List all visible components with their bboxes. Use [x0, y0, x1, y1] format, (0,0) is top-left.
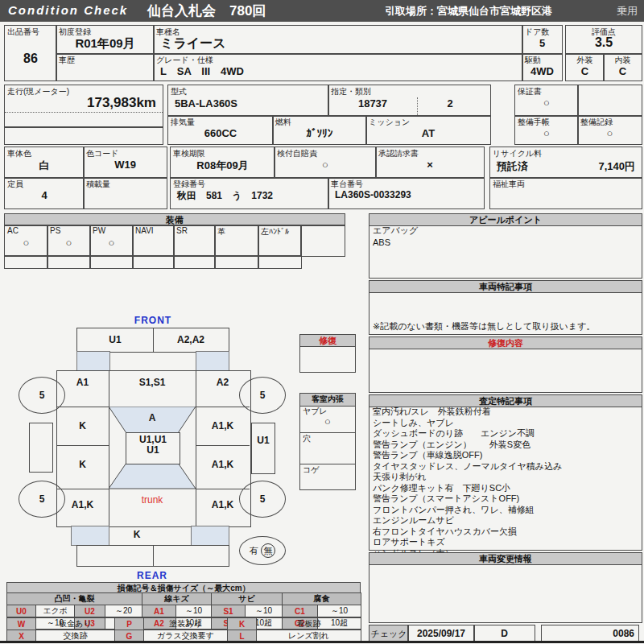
load-capacity-label: 積載量 — [86, 179, 110, 190]
roof-mark: U1,U1 U1 — [126, 435, 180, 456]
registration-number-label: 登録番号 — [173, 179, 205, 190]
body-color-label: 車体色 — [7, 148, 31, 159]
displacement-cell: 排気量 660CC — [167, 115, 274, 145]
legend-symbol: K — [228, 618, 257, 630]
legend-symbol: W — [7, 618, 36, 630]
tire-rear-right: 5 — [239, 481, 286, 518]
lot-number-label: 出品番号 — [7, 27, 39, 38]
assessment-line: エンジンルームサビ — [369, 514, 642, 526]
rear-bumper-divider — [153, 546, 154, 566]
legend-desc: エクボ — [36, 605, 75, 617]
assessment-line: シートしみ、ヤブレ — [369, 417, 642, 428]
equipment-cell-leather: 革 — [214, 225, 259, 257]
presence-no-circled: 無 — [261, 543, 275, 558]
legend-row: U0 エクボ U2 ～20 A1 ～10 S1 ～10 C1 ～10 — [7, 605, 361, 617]
body-row-line — [56, 407, 109, 407]
color-code-value: W19 — [84, 159, 167, 171]
equipment-empty-cell — [47, 255, 91, 269]
equipment-mark: ○ — [47, 237, 90, 249]
maintenance-book-label: 整備手帳 — [518, 117, 550, 128]
check-date-value: 2025/09/17 — [408, 628, 474, 639]
interior-grade-value: C — [604, 65, 642, 77]
capacity-label: 定員 — [7, 179, 23, 190]
equipment-empty-cell — [258, 255, 302, 269]
bottom-rule — [0, 641, 644, 643]
legend-group-corrosion: 腐食 — [283, 593, 361, 605]
warranty-cell: 保証書 ○ — [514, 85, 579, 117]
rear-bumper — [76, 545, 229, 567]
insurance-cell: 検付自賠責 ○ — [274, 147, 377, 179]
trunk-label: trunk — [109, 494, 196, 506]
model-name-cell: 車種名 ミライース — [153, 25, 523, 55]
score-cell: 評価点 3.5 — [565, 25, 642, 55]
model-code-value: 5BA-LA360S — [168, 97, 328, 109]
assessment-notes-body: 室内汚れ/スレ 外装鉄粉付着 シートしみ、ヤブレ ダッシュボードのり跡 エンジン… — [369, 406, 642, 551]
front-label: FRONT — [129, 315, 177, 326]
maintenance-record-value: ○ — [578, 127, 642, 139]
check-number-value: 0086 — [613, 628, 634, 639]
maintenance-record-cell: 整備記録 ○ — [577, 115, 642, 145]
equipment-label: PW — [93, 226, 105, 235]
registration-number-cell: 登録番号 秋田 581 う 1732 — [170, 177, 329, 209]
equipment-empty-cell — [89, 255, 134, 269]
repair-content-body — [369, 348, 642, 393]
left-rear-door-mark: K — [56, 459, 109, 470]
equipment-cell-navi: NAVI — [132, 225, 175, 257]
body-color-value: 白 — [5, 159, 84, 173]
first-registration-cell: 初度登録 R01年09月 — [56, 25, 155, 55]
chassis-number-value: LA360S-0033293 — [328, 189, 484, 200]
inspection-expiry-value: R08年09月 — [171, 159, 275, 173]
maintenance-book-cell: 整備手帳 ○ — [514, 115, 579, 145]
approval-request-cell: 承認請求書 × — [375, 147, 485, 179]
appeal-points-body: エアバッグ ABS — [369, 225, 642, 279]
class-label: 指定・類別 — [331, 86, 371, 97]
front-bumper-right-mark: A2,A2 — [154, 328, 228, 351]
mileage-value: 173,983km — [5, 95, 163, 111]
title-bar: Condition Check 仙台入札会 780回 引取場所：宮城県仙台市宮城… — [0, 0, 644, 22]
body-row-line — [196, 407, 250, 407]
warranty-value: ○ — [515, 97, 578, 109]
assessment-line: フロントバンパー押され、ワレ、補修組 — [369, 504, 642, 515]
maintenance-book-value: ○ — [515, 127, 578, 139]
vehicle-change-body — [369, 564, 642, 623]
legend-group-rust: サビ — [212, 593, 283, 605]
assessment-line: 天張り剥がれ — [369, 471, 642, 482]
legend-symbol: S1 — [212, 605, 246, 617]
headlight-left — [76, 351, 110, 371]
welfare-vehicle-cell: 福祉車両 — [489, 177, 642, 209]
welfare-vehicle-label: 福祉車両 — [493, 179, 525, 190]
registration-number-value: 秋田 581 う 1732 — [171, 189, 328, 203]
legend-desc: ～10 — [318, 605, 361, 617]
equipment-cell-pw: PW ○ — [89, 225, 134, 257]
equipment-label: SR — [176, 226, 188, 235]
front-bumper: U1 A2,A2 — [76, 328, 229, 353]
class-cell: 指定・類別 18737 2 — [328, 85, 491, 117]
hood-mark: S1,S1 — [109, 377, 196, 388]
taillight-right — [191, 526, 229, 546]
legend-desc: ～20 — [105, 605, 142, 617]
pickup-location: 引取場所：宮城県仙台市宮城野区港 — [385, 4, 552, 19]
equipment-empty-cell — [4, 255, 48, 269]
right-side-mark: U1 — [252, 435, 275, 446]
legend-group-row: 凸凹・亀裂 線キズ サビ 腐食 — [7, 593, 361, 605]
approval-request-value: × — [376, 159, 484, 171]
exterior-grade-value: C — [566, 65, 604, 77]
cabin-item-label: コゲ — [303, 464, 319, 476]
equipment-label: PS — [50, 226, 60, 235]
equipment-empty-cell — [173, 255, 216, 269]
displacement-label: 排気量 — [171, 117, 195, 128]
class-number-value: 18737 — [328, 97, 417, 109]
insurance-label: 検付自賠責 — [277, 148, 317, 159]
capacity-value: 4 — [5, 189, 84, 201]
right-front-door-mark: A1,K — [196, 420, 250, 431]
roof-panel: U1,U1 U1 — [126, 432, 180, 464]
model-name-value: ミライース — [154, 35, 522, 52]
legend-title: 損傷記号＆損傷サイズ（～最大cm） — [6, 582, 361, 593]
body-row-line — [196, 445, 250, 446]
legend-row: W 板金あり P 塗装あり K 看板跡 — [7, 618, 361, 630]
exterior-grade-cell: 外装 C — [565, 53, 605, 81]
approval-request-label: 承認請求書 — [378, 148, 419, 159]
legend-symbol: U2 — [75, 605, 105, 617]
fuel-label: 燃料 — [275, 117, 291, 128]
equipment-label: 左ﾊﾝﾄﾞﾙ — [261, 226, 289, 237]
